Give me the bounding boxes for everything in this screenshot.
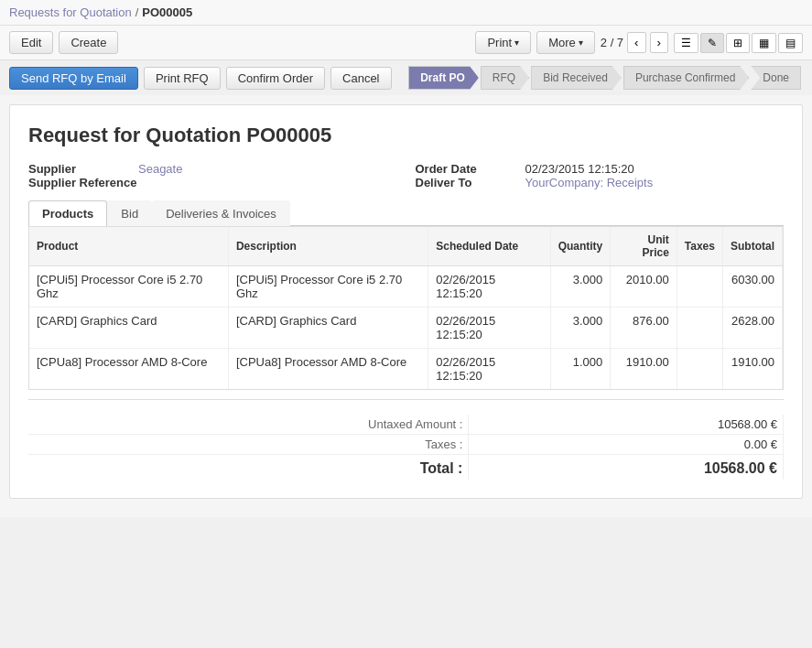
toolbar: Edit Create Print ▾ More ▾ 2 / 7 ‹ › ☰ ✎…	[0, 26, 812, 60]
step-done[interactable]: Done	[751, 66, 803, 90]
main-content: Request for Quotation PO00005 Supplier S…	[0, 95, 812, 517]
table-row[interactable]: [CARD] Graphics Card [CARD] Graphics Car…	[29, 308, 783, 349]
breadcrumb-separator: /	[135, 5, 139, 19]
cell-description: [CARD] Graphics Card	[228, 308, 428, 349]
create-button[interactable]: Create	[59, 31, 118, 54]
untaxed-value: 10568.00 €	[469, 415, 784, 435]
breadcrumb: Requests for Quotation / PO00005	[9, 5, 803, 19]
table-row[interactable]: [CPUa8] Processor AMD 8-Core [CPUa8] Pro…	[29, 349, 783, 390]
chart-view-button[interactable]: ▦	[752, 33, 776, 53]
supplier-label: Supplier	[28, 162, 138, 176]
more-button[interactable]: More ▾	[536, 31, 595, 54]
status-pipeline: Draft PO RFQ Bid Received Purchase Confi…	[408, 66, 803, 90]
taxes-row: Taxes : 0.00 €	[28, 435, 784, 455]
prev-page-button[interactable]: ‹	[627, 32, 645, 53]
tab-bid[interactable]: Bid	[107, 200, 152, 226]
print-button[interactable]: Print ▾	[475, 31, 531, 54]
form-right-col: Order Date 02/23/2015 12:15:20 Deliver T…	[416, 162, 785, 189]
cell-subtotal: 2628.00	[722, 308, 782, 349]
col-quantity: Quantity	[550, 227, 611, 266]
cell-subtotal: 6030.00	[722, 266, 782, 308]
breadcrumb-bar: Requests for Quotation / PO00005	[0, 0, 812, 26]
cell-unit-price: 876.00	[611, 308, 677, 349]
document-title: Request for Quotation PO00005	[28, 124, 784, 147]
taxes-label: Taxes :	[28, 435, 469, 455]
cell-scheduled-date: 02/26/2015 12:15:20	[428, 349, 550, 390]
print-dropdown-arrow: ▾	[514, 38, 519, 48]
next-page-button[interactable]: ›	[650, 32, 668, 53]
deliver-to-label: Deliver To	[416, 176, 525, 189]
pagination-text: 2 / 7	[601, 36, 623, 49]
totals-table: Untaxed Amount : 10568.00 € Taxes : 0.00…	[28, 415, 784, 480]
cell-unit-price: 2010.00	[611, 266, 677, 308]
table-header-row: Product Description Scheduled Date Quant…	[29, 227, 783, 266]
calendar-view-button[interactable]: ▤	[778, 33, 803, 53]
step-rfq[interactable]: RFQ	[481, 66, 531, 90]
col-product: Product	[29, 227, 228, 266]
col-subtotal: Subtotal	[722, 227, 782, 266]
products-table-container: Product Description Scheduled Date Quant…	[28, 226, 784, 390]
cell-subtotal: 1910.00	[722, 349, 782, 390]
more-dropdown-arrow: ▾	[579, 38, 583, 48]
untaxed-row: Untaxed Amount : 10568.00 €	[28, 415, 784, 435]
taxes-value: 0.00 €	[469, 435, 784, 455]
tab-products[interactable]: Products	[28, 200, 107, 226]
order-date-value: 02/23/2015 12:15:20	[525, 162, 634, 176]
cell-quantity: 3.000	[550, 266, 611, 308]
supplier-field: Supplier Seagate	[28, 162, 397, 176]
table-body: [CPUi5] Processor Core i5 2.70 Ghz [CPUi…	[29, 266, 783, 390]
pagination: 2 / 7 ‹ ›	[601, 32, 668, 53]
col-unit-price: Unit Price	[611, 227, 677, 266]
cell-taxes	[677, 266, 722, 308]
col-taxes: Taxes	[677, 227, 722, 266]
cell-quantity: 1.000	[550, 349, 611, 390]
cell-scheduled-date: 02/26/2015 12:15:20	[428, 308, 550, 349]
print-rfq-button[interactable]: Print RFQ	[144, 67, 221, 90]
order-date-field: Order Date 02/23/2015 12:15:20	[416, 162, 785, 176]
cell-description: [CPUi5] Processor Core i5 2.70 Ghz	[228, 266, 428, 308]
total-row: Total : 10568.00 €	[28, 455, 784, 481]
cell-description: [CPUa8] Processor AMD 8-Core	[228, 349, 428, 390]
edit-button[interactable]: Edit	[9, 31, 53, 54]
cell-product: [CPUa8] Processor AMD 8-Core	[29, 349, 228, 390]
total-label: Total :	[28, 455, 469, 481]
grid-view-button[interactable]: ⊞	[726, 33, 750, 53]
list-view-button[interactable]: ☰	[674, 33, 698, 53]
supplier-value[interactable]: Seagate	[138, 162, 182, 176]
cell-quantity: 3.000	[550, 308, 611, 349]
total-value: 10568.00 €	[469, 455, 784, 481]
form-section: Supplier Seagate Supplier Reference Orde…	[28, 162, 784, 189]
tabs: Products Bid Deliveries & Invoices	[28, 200, 784, 226]
products-table: Product Description Scheduled Date Quant…	[29, 227, 783, 389]
table-row[interactable]: [CPUi5] Processor Core i5 2.70 Ghz [CPUi…	[29, 266, 783, 308]
form-left-col: Supplier Seagate Supplier Reference	[28, 162, 397, 189]
col-description: Description	[228, 227, 428, 266]
step-bid-received[interactable]: Bid Received	[531, 66, 623, 90]
tab-deliveries-invoices[interactable]: Deliveries & Invoices	[152, 200, 290, 226]
deliver-to-value[interactable]: YourCompany: Receipts	[525, 176, 654, 189]
cancel-button[interactable]: Cancel	[330, 67, 391, 90]
totals-separator	[28, 399, 784, 400]
supplier-ref-label: Supplier Reference	[28, 176, 138, 189]
col-scheduled-date: Scheduled Date	[428, 227, 550, 266]
workflow-actions: Send RFQ by Email Print RFQ Confirm Orde…	[9, 67, 392, 90]
totals-section: Untaxed Amount : 10568.00 € Taxes : 0.00…	[28, 415, 784, 480]
step-purchase-confirmed[interactable]: Purchase Confirmed	[623, 66, 751, 90]
order-date-label: Order Date	[416, 162, 525, 176]
step-draft-po[interactable]: Draft PO	[408, 66, 481, 90]
cell-product: [CARD] Graphics Card	[29, 308, 228, 349]
confirm-order-button[interactable]: Confirm Order	[226, 67, 325, 90]
breadcrumb-parent[interactable]: Requests for Quotation	[9, 5, 132, 19]
workflow-bar: Send RFQ by Email Print RFQ Confirm Orde…	[0, 60, 812, 95]
cell-unit-price: 1910.00	[611, 349, 677, 390]
edit-view-button[interactable]: ✎	[700, 33, 724, 53]
cell-product: [CPUi5] Processor Core i5 2.70 Ghz	[29, 266, 228, 308]
deliver-to-field: Deliver To YourCompany: Receipts	[416, 176, 785, 189]
breadcrumb-current: PO00005	[142, 5, 192, 19]
cell-scheduled-date: 02/26/2015 12:15:20	[428, 266, 550, 308]
document-card: Request for Quotation PO00005 Supplier S…	[9, 104, 803, 499]
view-icons: ☰ ✎ ⊞ ▦ ▤	[674, 33, 803, 53]
untaxed-label: Untaxed Amount :	[28, 415, 469, 435]
cell-taxes	[677, 349, 722, 390]
send-rfq-button[interactable]: Send RFQ by Email	[9, 67, 138, 90]
